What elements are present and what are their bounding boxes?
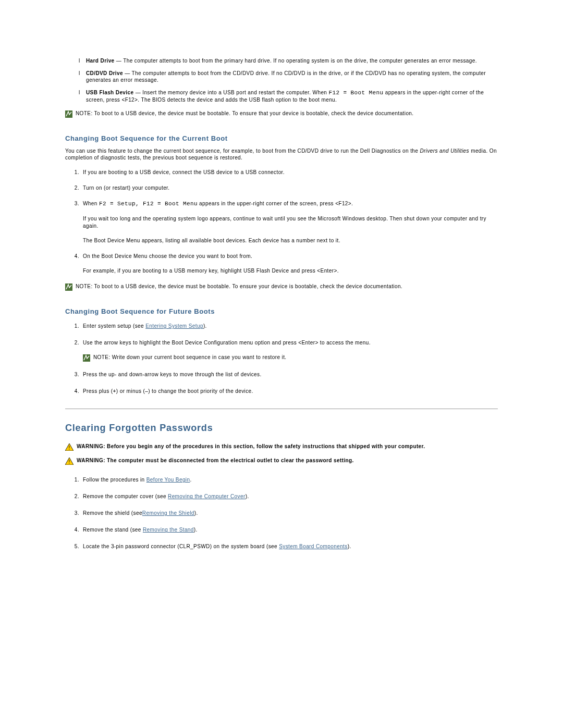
steps-current-boot: If you are booting to a USB device, conn… xyxy=(76,169,498,275)
svg-text:!: ! xyxy=(68,459,70,465)
section-clearing-passwords: Clearing Forgotten Passwords xyxy=(65,423,498,434)
note-label: NOTE: xyxy=(76,110,93,116)
note-text: To boot to a USB device, the device must… xyxy=(93,283,402,289)
subheading-future-boots: Changing Boot Sequence for Future Boots xyxy=(65,307,498,315)
step: Remove the shield (seeRemoving the Shiel… xyxy=(81,510,498,517)
note-label: NOTE: xyxy=(93,354,111,360)
mono-text: F2 = Setup, F12 = Boot Menu xyxy=(99,201,198,207)
steps-clear-password: Follow the procedures in Before You Begi… xyxy=(76,476,498,550)
step: Locate the 3-pin password connector (CLR… xyxy=(81,543,498,550)
step: Press plus (+) or minus (–) to change th… xyxy=(81,388,498,395)
warning-icon: ! xyxy=(65,443,74,451)
boot-options-list: Hard Drive — The computer attempts to bo… xyxy=(81,57,498,104)
inline-note: NOTE: Write down your current boot seque… xyxy=(83,354,498,362)
step-subtext: If you wait too long and the operating s… xyxy=(83,215,498,230)
note: NOTE: To boot to a USB device, the devic… xyxy=(65,283,498,291)
subheading-current-boot: Changing Boot Sequence for the Current B… xyxy=(65,134,498,142)
note-icon xyxy=(65,110,72,118)
step-subtext: The Boot Device Menu appears, listing al… xyxy=(83,237,498,244)
link-removing-stand[interactable]: Removing the Stand xyxy=(143,527,194,533)
link-system-board-components[interactable]: System Board Components xyxy=(279,544,347,549)
step: Remove the stand (see Removing the Stand… xyxy=(81,526,498,534)
warning-label: WARNING: xyxy=(77,458,105,463)
mono-text: F12 = Boot Menu xyxy=(329,90,384,96)
warning-text: Before you begin any of the procedures i… xyxy=(105,443,425,449)
warning: ! WARNING: Before you begin any of the p… xyxy=(65,443,498,451)
note-icon xyxy=(65,283,72,291)
warning-icon: ! xyxy=(65,458,74,465)
option-name: USB Flash Device xyxy=(86,90,133,95)
svg-text:!: ! xyxy=(68,445,70,451)
link-entering-system-setup[interactable]: Entering System Setup xyxy=(145,323,203,329)
link-before-you-begin[interactable]: Before You Begin xyxy=(146,477,190,483)
step: If you are booting to a USB device, conn… xyxy=(81,169,498,176)
note: NOTE: To boot to a USB device, the devic… xyxy=(65,110,498,118)
option-desc: The computer attempts to boot from the p… xyxy=(123,58,477,64)
step: Follow the procedures in Before You Begi… xyxy=(81,476,498,484)
document-page: Hard Drive — The computer attempts to bo… xyxy=(0,0,563,728)
warning-text: The computer must be disconnected from t… xyxy=(105,458,354,463)
warning-label: WARNING: xyxy=(77,443,105,449)
intro-paragraph: You can use this feature to change the c… xyxy=(65,147,498,162)
option-desc: Insert the memory device into a USB port… xyxy=(142,90,328,95)
note-icon xyxy=(83,354,90,362)
step: Enter system setup (see Entering System … xyxy=(81,323,498,330)
list-item: Hard Drive — The computer attempts to bo… xyxy=(81,57,498,65)
note-text: To boot to a USB device, the device must… xyxy=(93,110,414,116)
list-item: USB Flash Device — Insert the memory dev… xyxy=(81,89,498,104)
warning: ! WARNING: The computer must be disconne… xyxy=(65,457,498,465)
step: On the Boot Device Menu choose the devic… xyxy=(81,253,498,275)
option-desc: The computer attempts to boot from the C… xyxy=(86,70,486,83)
note-label: NOTE: xyxy=(76,283,93,289)
link-removing-shield[interactable]: Removing the Shield xyxy=(142,510,194,516)
step: Use the arrow keys to highlight the Boot… xyxy=(81,339,498,362)
option-name: Hard Drive xyxy=(86,58,115,64)
step: Remove the computer cover (see Removing … xyxy=(81,493,498,500)
divider xyxy=(65,409,498,409)
link-removing-cover[interactable]: Removing the Computer Cover xyxy=(168,493,246,499)
step: Press the up- and down-arrow keys to mov… xyxy=(81,371,498,378)
step-subtext: For example, if you are booting to a USB… xyxy=(83,267,498,275)
note-text: Write down your current boot sequence in… xyxy=(111,354,287,360)
steps-future-boots: Enter system setup (see Entering System … xyxy=(76,323,498,395)
option-name: CD/DVD Drive xyxy=(86,70,123,76)
list-item: CD/DVD Drive — The computer attempts to … xyxy=(81,70,498,84)
step: Turn on (or restart) your computer. xyxy=(81,184,498,192)
step: When F2 = Setup, F12 = Boot Menu appears… xyxy=(81,200,498,244)
